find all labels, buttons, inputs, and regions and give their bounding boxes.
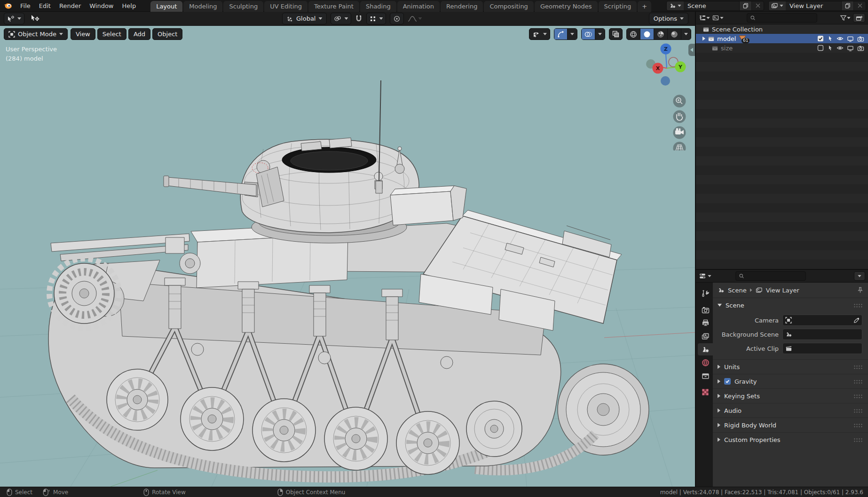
snap-settings-dropdown[interactable] [366, 13, 386, 24]
axis-gizmo[interactable]: Z X Y [646, 44, 686, 86]
view-layer-name[interactable]: View Layer [786, 1, 841, 10]
tab-world[interactable] [698, 356, 713, 369]
tab-scene[interactable] [698, 343, 713, 355]
panel-keying-sets[interactable]: Keying Sets [713, 388, 868, 403]
background-scene-field[interactable] [782, 329, 862, 340]
outliner-search-input[interactable] [747, 13, 817, 23]
panel-grip[interactable] [853, 394, 863, 399]
active-tool-button[interactable] [4, 13, 24, 24]
shading-dropdown[interactable] [681, 29, 691, 39]
tab-compositing[interactable]: Compositing [484, 1, 534, 12]
expand-icon[interactable] [702, 37, 705, 41]
panel-custom-properties[interactable]: Custom Properties [713, 432, 868, 447]
properties-options-dropdown[interactable] [854, 271, 865, 281]
panel-audio[interactable]: Audio [713, 403, 868, 418]
axis-neg-z[interactable] [661, 76, 670, 86]
pivot-point-dropdown[interactable] [331, 13, 351, 24]
tab-collection[interactable] [698, 370, 713, 382]
hide-viewport-icon[interactable] [836, 36, 844, 41]
options-dropdown[interactable]: Options [649, 13, 688, 24]
outliner-filter-dropdown[interactable] [840, 15, 851, 21]
breadcrumb-view-layer[interactable]: View Layer [766, 287, 799, 294]
menu-edit[interactable]: Edit [35, 0, 55, 12]
object-menu[interactable]: Object [152, 28, 182, 40]
tab-texture[interactable] [698, 386, 713, 398]
view-layer-remove-button[interactable] [853, 1, 866, 10]
outliner-row-size[interactable]: size [696, 43, 868, 53]
view-layer-type-icon[interactable] [769, 1, 786, 10]
outliner-row-scene-collection[interactable]: Scene Collection [696, 24, 868, 34]
panel-gravity[interactable]: Gravity [713, 374, 868, 388]
outliner-filter-type-dropdown[interactable] [712, 15, 724, 21]
scene-name[interactable]: Scene [684, 1, 739, 10]
add-menu[interactable]: Add [128, 28, 150, 40]
panel-grip[interactable] [853, 437, 863, 442]
object-visibility-dropdown[interactable] [529, 28, 550, 40]
pan-button[interactable] [673, 110, 686, 123]
overlays-toggle[interactable] [582, 29, 595, 39]
select-menu[interactable]: Select [97, 28, 126, 40]
tab-animation[interactable]: Animation [397, 1, 440, 12]
panel-grip[interactable] [853, 423, 863, 428]
disable-renders-icon[interactable] [857, 36, 864, 42]
menu-file[interactable]: File [16, 0, 35, 12]
properties-search-input[interactable] [735, 271, 806, 281]
gravity-checkbox[interactable] [724, 378, 731, 385]
tab-uv-editing[interactable]: UV Editing [264, 1, 308, 12]
shading-rendered-button[interactable] [667, 29, 681, 39]
hide-viewport-icon[interactable] [836, 45, 844, 51]
menu-render[interactable]: Render [55, 0, 85, 12]
pin-icon[interactable] [857, 287, 863, 293]
tab-scripting[interactable]: Scripting [599, 1, 637, 12]
tab-modeling[interactable]: Modeling [183, 1, 222, 12]
scene-type-icon[interactable] [667, 1, 684, 10]
properties-editor-type-dropdown[interactable] [699, 273, 711, 279]
camera-field[interactable] [782, 315, 862, 326]
transform-orientation-dropdown[interactable]: Global [282, 13, 327, 24]
panel-grip[interactable] [853, 364, 863, 370]
panel-grip[interactable] [853, 379, 863, 384]
view-layer-copy-button[interactable] [841, 1, 853, 10]
disable-renders-icon[interactable] [857, 45, 864, 51]
shading-wireframe-button[interactable] [627, 29, 640, 39]
tab-geometry-nodes[interactable]: Geometry Nodes [535, 1, 598, 12]
panel-scene-header[interactable]: Scene [713, 298, 868, 312]
add-workspace-button[interactable]: + [638, 1, 651, 12]
blender-logo-icon[interactable] [3, 2, 12, 9]
view-menu[interactable]: View [71, 28, 95, 40]
snap-toggle-icon[interactable] [355, 15, 363, 23]
tab-texture-paint[interactable]: Texture Paint [308, 1, 359, 12]
gizmos-dropdown[interactable] [567, 29, 577, 39]
xray-toggle[interactable] [609, 28, 623, 40]
tab-render[interactable] [698, 304, 713, 316]
tab-view-layer[interactable] [698, 330, 713, 342]
ortho-toggle-button[interactable] [673, 142, 686, 151]
tab-sculpting[interactable]: Sculpting [223, 1, 263, 12]
proportional-editing-toggle[interactable] [390, 13, 404, 24]
tab-tool[interactable] [698, 287, 713, 300]
camera-view-button[interactable] [673, 126, 686, 139]
scene-unlink-button[interactable] [751, 1, 764, 10]
tab-output[interactable] [698, 317, 713, 329]
disable-viewports-icon[interactable] [847, 36, 854, 42]
mode-selector[interactable]: Object Mode [4, 28, 68, 40]
proportional-falloff-dropdown[interactable] [408, 16, 422, 22]
selectable-icon[interactable] [827, 35, 833, 42]
exclude-checkbox[interactable] [817, 45, 824, 51]
panel-grip[interactable] [853, 303, 863, 308]
selectable-icon[interactable] [827, 45, 833, 51]
tab-layout[interactable]: Layout [150, 1, 182, 12]
zoom-button[interactable] [673, 95, 686, 108]
outliner-display-mode-dropdown[interactable] [699, 15, 710, 21]
overlays-dropdown[interactable] [595, 29, 605, 39]
eyedropper-icon[interactable] [853, 317, 860, 323]
disable-viewports-icon[interactable] [847, 45, 854, 51]
shading-material-button[interactable] [654, 29, 667, 39]
sidebar-collapse-toggle[interactable] [688, 44, 695, 56]
exclude-checkbox[interactable] [817, 35, 824, 42]
panel-rigid-body-world[interactable]: Rigid Body World [713, 418, 868, 432]
gizmos-toggle[interactable] [554, 29, 567, 39]
active-clip-field[interactable] [782, 343, 862, 354]
panel-units[interactable]: Units [713, 359, 868, 374]
breadcrumb-scene[interactable]: Scene [728, 287, 747, 294]
